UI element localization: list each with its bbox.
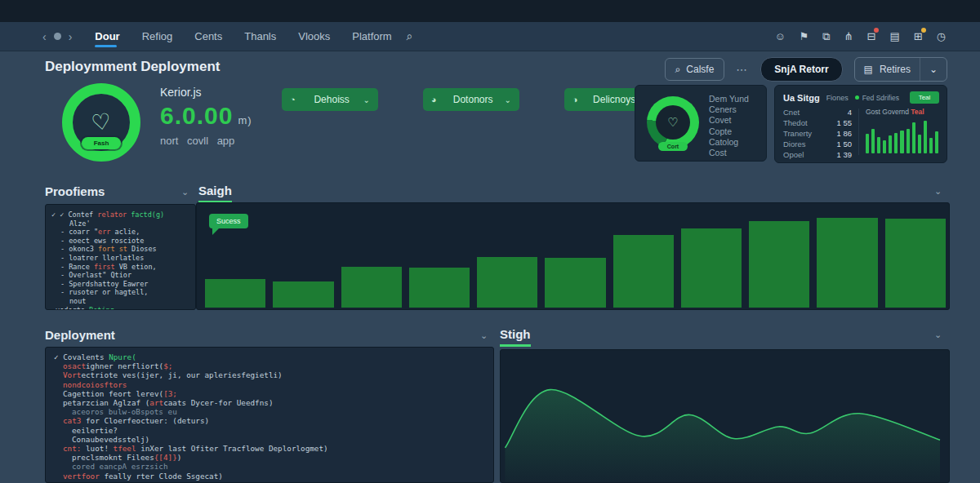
log-line: vertfoor feally rter Clode Ssgecat) [54,472,485,481]
windows-icon[interactable]: ⧉ [822,30,830,43]
dropdown-dehoiss[interactable]: ◔Dehoiss⌄ [282,88,378,111]
stats-row: Opoel1 39 [783,149,852,160]
log-line: aceoros bulw-oBspots eu [54,407,485,416]
deployment-section-title: Deployment [45,328,115,342]
problem-line: - loatrer llerlatles [51,254,189,263]
teal-button[interactable]: Teal [910,91,939,104]
chevron-down-icon[interactable]: ⌄ [934,186,942,197]
stigh-line-chart-panel [500,349,950,483]
retires-button-group: ▤ Retires ⌄ [854,57,947,82]
page-title: Deploymment Deployment [45,59,220,75]
health-ring: ♡ [62,83,140,162]
graph-bar [817,218,877,308]
history-icon[interactable]: ◷ [937,30,946,42]
retires-dropdown-toggle[interactable]: ⌄ [920,58,947,81]
heart-icon: ♡ [667,115,678,130]
nav-item-platform[interactable]: Platform [352,24,391,49]
mini-bar [866,134,869,153]
mini-bar [894,133,898,153]
nav-item-vlooks[interactable]: Vlooks [298,24,330,49]
retires-button[interactable]: ▤ Retires [855,58,920,81]
status-label: Copte [709,126,749,137]
problem-line: - Overlast" Qtior [51,271,189,280]
graph-bar [477,257,537,308]
stat-label: Cnet [783,107,800,117]
stats-title: Ua Sitgg [783,93,820,103]
log-line: cored eancpA esrzsich [54,462,485,471]
stat-value: 1 55 [837,117,853,128]
stat-label: Tranerty [783,128,812,139]
log-line: ✓ Covalents Npure( [54,352,485,361]
donut-badge: Cort [658,142,688,151]
app-meta: Kerior.js 6.0.00m) nort covll app [160,86,252,147]
back-icon[interactable]: ‹ [42,30,47,43]
stats-card: Ua Sitgg Fiones Fed Sdrifies Teal Cnet4T… [774,85,947,163]
waveform-icon[interactable]: ⋔ [844,30,853,42]
status-label: Catolog [709,137,749,148]
notes-icon[interactable]: ⊟ [867,30,876,42]
graph-bar [681,228,742,308]
document-icon: ▤ [864,64,873,75]
clock-icon: ◑ [572,95,578,104]
deployment-dashboard: ‹ › DourRefiogCentsThanlsVlooksPlatform … [0,0,980,483]
nav-history-controls: ‹ › [42,30,72,43]
nav-item-thanls[interactable]: Thanls [244,24,276,49]
problems-panel: ✓ ✓ Contef relator factd(g)Alze'- coarr … [45,204,196,310]
calsfe-button[interactable]: ⌕ Calsfe [665,58,725,81]
record-dot-icon[interactable] [54,33,61,40]
pin-icon[interactable]: ⚑ [800,30,809,42]
nav-item-dour[interactable]: Dour [95,24,119,49]
deployment-log-panel: ✓ Covalents Npure(osactighner nerfliort(… [45,347,494,483]
chevron-down-icon[interactable]: ⌄ [480,330,488,341]
problem-line: - eoect ews rosciote [51,237,189,246]
mini-bar [918,135,921,153]
ring-status-badge: Fash [82,137,121,149]
chevron-down-icon[interactable]: ⌄ [934,330,942,340]
problem-line: - Rance first VB etion, [51,263,189,272]
user-icon[interactable]: ☺ [774,30,785,42]
nav-right-icons: ☺⚑⧉⋔⊟▤⊞◷ [774,30,946,43]
mini-bar [906,129,910,153]
graph-bar [409,268,470,308]
mini-bar [889,135,892,153]
nav-item-cents[interactable]: Cents [194,24,222,49]
log-line: cat3 for Cloerfeoctuer: (deturs) [54,416,485,425]
chevron-down-icon[interactable]: ⌄ [181,187,189,197]
clock-icon: ◕ [431,95,437,104]
app-name: Kerior.js [160,86,252,99]
stats-legend: Fed Sdrifies [855,94,899,102]
version-suffix: m) [238,114,252,126]
version-number: 6.0.00 [160,102,233,129]
stats-row: Cnet4 [783,107,852,117]
graph-bar [885,219,946,308]
nav-item-refiog[interactable]: Refiog [142,24,173,49]
log-line: petarzcian Aglzaf (artcaats Dycer-for Ue… [54,398,485,407]
stats-row: Diores1 50 [783,139,852,149]
mini-bar-chart [866,121,938,153]
saigh-bar-chart-panel: Sucess [196,202,950,310]
mini-chart-caption: Gost Governd Teal [866,108,938,116]
legend-dot-icon [855,95,859,100]
header-actions: ⌕ Calsfe ⋯ SnjA Retorr ▤ Retires ⌄ [665,57,947,82]
stats-card-body: Cnet4Thedot1 55Tranerty1 86Diores1 50Opo… [775,107,947,160]
donut-hole: ♡ [656,105,690,140]
dropdown-dotonors[interactable]: ◕Dotonors⌄ [423,88,519,111]
file-icon[interactable]: ▤ [889,30,899,42]
stat-value: 1 86 [837,128,853,139]
calsfe-button-label: Calsfe [686,64,714,75]
forward-icon[interactable]: › [69,30,73,43]
clock-icon: ◔ [290,95,296,104]
more-options-button[interactable]: ⋯ [736,63,749,76]
stats-subtitle: Fiones [826,94,849,102]
calendar-icon[interactable]: ⊞ [914,30,923,42]
stats-card-header: Ua Sitgg Fiones Fed Sdrifies Teal [775,86,947,104]
tab-saigh[interactable]: Saigh [198,184,232,203]
stat-value: 4 [848,107,852,117]
primary-action-button[interactable]: SnjA Retorr [760,57,842,82]
search-icon[interactable]: ⌕ [407,29,413,43]
chevron-down-icon: ⌄ [505,95,511,104]
tab-stigh[interactable]: Stigh [500,327,531,347]
log-line: Vortectriote ves(ijer, ji, our apleriesf… [54,370,485,379]
stats-rows: Cnet4Thedot1 55Tranerty1 86Diores1 50Opo… [775,107,852,160]
stat-value: 1 50 [837,139,853,149]
